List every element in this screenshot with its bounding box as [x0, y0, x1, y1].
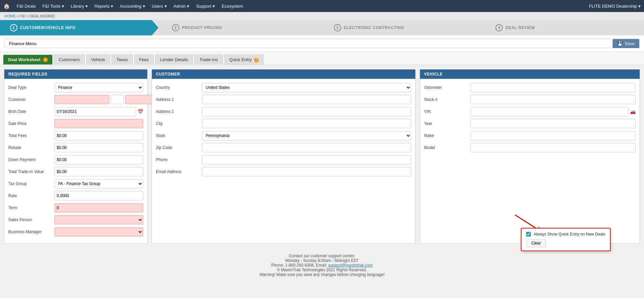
- term-row: Term: [8, 203, 143, 212]
- customer-mi[interactable]: [111, 95, 124, 104]
- tax-group-row: Tax Group PA - Finance Tax Group: [8, 179, 143, 188]
- tab-trade-ins[interactable]: Trade-Ins: [194, 54, 223, 64]
- breadcrumb-home[interactable]: HOME: [5, 14, 16, 18]
- wizard-step-3[interactable]: 3 ELECTRONIC CONTRACTING: [320, 20, 482, 35]
- tab-quick-entry[interactable]: Quick Entry !: [224, 54, 264, 65]
- footer-line2: Monday - Sunday 8:00am - Midnight EST: [3, 258, 641, 263]
- odometer-input[interactable]: [470, 83, 636, 92]
- home-icon[interactable]: 🏠: [3, 3, 10, 9]
- country-row: Country United States Canada: [156, 83, 411, 92]
- quick-entry-exclaim: !: [254, 58, 259, 62]
- account-menu[interactable]: FLITE DEMO Dealership ▾: [589, 4, 641, 9]
- car-icon[interactable]: 🚗: [630, 109, 636, 114]
- year-input[interactable]: [470, 119, 636, 128]
- phone-input[interactable]: [202, 155, 411, 164]
- wizard-step-2[interactable]: 2 PRODUCT PRICING: [159, 20, 320, 35]
- customer-header: CUSTOMER: [152, 69, 415, 79]
- nav-support[interactable]: Support ▾: [193, 0, 218, 12]
- model-input[interactable]: [470, 143, 636, 152]
- birth-date-wrap: 📅: [54, 107, 143, 116]
- wizard-step-1[interactable]: 1 CUSTOMER/VEHICLE INFO: [0, 20, 159, 35]
- trade-in-input[interactable]: [54, 167, 143, 176]
- always-show-label: Always Show Quick Entry on New Deals: [533, 232, 605, 237]
- birth-date-input[interactable]: [54, 107, 136, 116]
- tab-taxes[interactable]: Taxes: [112, 54, 133, 64]
- make-input[interactable]: [470, 131, 636, 140]
- rebate-input[interactable]: [54, 143, 143, 152]
- wizard-steps: 1 CUSTOMER/VEHICLE INFO 2 PRODUCT PRICIN…: [0, 20, 644, 35]
- nav-library[interactable]: Library ▾: [67, 0, 91, 12]
- business-manager-select[interactable]: [54, 227, 143, 237]
- tab-customers[interactable]: Customers: [54, 54, 85, 64]
- clear-button[interactable]: Clear: [526, 239, 546, 247]
- stock-input[interactable]: [470, 95, 636, 104]
- finance-menu-select[interactable]: Finance Menu Finance Lease Cash: [5, 39, 639, 48]
- vin-input[interactable]: [470, 107, 629, 116]
- nav-fi-deals[interactable]: F&I Deals: [13, 0, 39, 12]
- footer: Contact our customer support center: Mon…: [0, 248, 644, 283]
- breadcrumb: HOME > F&I > DEAL WIZARD: [0, 12, 644, 20]
- birth-date-row: Birth Date 📅: [8, 107, 143, 116]
- required-fields-panel: REQUIRED FIELDS Deal Type Finance Lease …: [4, 69, 148, 244]
- vehicle-header: VEHICLE: [420, 69, 640, 79]
- nav-admin[interactable]: Admin ▾: [170, 0, 193, 12]
- tab-lender-details[interactable]: Lender Details: [155, 54, 193, 64]
- city-input[interactable]: [202, 119, 411, 128]
- nav-fi-tools[interactable]: F&I Tools ▾: [39, 0, 67, 12]
- calendar-icon[interactable]: 📅: [138, 109, 143, 114]
- required-fields-body: Deal Type Finance Lease Cash Customer Bi…: [4, 79, 147, 243]
- customer-first-name[interactable]: [54, 95, 109, 104]
- nav-reports[interactable]: Reports ▾: [91, 0, 117, 12]
- always-show-checkbox[interactable]: [526, 232, 531, 237]
- state-select[interactable]: Pennsylvania New York California: [202, 131, 411, 140]
- wizard-step-4[interactable]: 4 DEAL REVIEW: [482, 20, 644, 35]
- business-manager-label: Business Manager: [8, 230, 52, 234]
- stock-label: Stock #: [424, 97, 467, 102]
- step-num-1: 1: [10, 24, 17, 31]
- down-payment-row: Down Payment: [8, 155, 143, 164]
- zip-input[interactable]: [202, 143, 411, 152]
- down-payment-input[interactable]: [54, 155, 143, 164]
- nav-users[interactable]: Users ▾: [149, 0, 170, 12]
- breadcrumb-fi[interactable]: F&I: [20, 14, 26, 18]
- sales-person-select[interactable]: [54, 215, 143, 225]
- country-label: Country: [156, 85, 199, 90]
- rate-input[interactable]: [54, 191, 143, 200]
- email-input[interactable]: [202, 167, 411, 176]
- term-input[interactable]: [54, 203, 143, 212]
- footer-line4: © MaximTrak Technologies 2021 Rights Res…: [3, 268, 641, 272]
- total-fees-input[interactable]: [54, 131, 143, 140]
- address1-input[interactable]: [202, 95, 411, 104]
- footer-line1: Contact our customer support center:: [3, 254, 641, 258]
- sale-price-row: Sale Price: [8, 119, 143, 128]
- tax-group-select[interactable]: PA - Finance Tax Group: [54, 179, 143, 188]
- footer-line3: Phone: 1-800-282-6308, Email: support@ma…: [3, 263, 641, 268]
- tab-fees[interactable]: Fees: [134, 54, 154, 64]
- address2-input[interactable]: [202, 107, 411, 116]
- deal-type-label: Deal Type: [8, 85, 52, 90]
- make-row: Make: [424, 131, 636, 140]
- footer-line5: Warning! Make sure you save any changes …: [3, 272, 641, 277]
- make-label: Make: [424, 133, 467, 138]
- step-num-2: 2: [172, 24, 179, 31]
- rebate-row: Rebate: [8, 143, 143, 152]
- odometer-label: Odometer: [424, 85, 467, 90]
- footer-email[interactable]: support@maximtrak.com: [328, 263, 373, 268]
- account-label: FLITE DEMO Dealership: [589, 4, 637, 9]
- sale-price-input[interactable]: [54, 119, 143, 128]
- nav-accounting[interactable]: Accounting ▾: [117, 0, 148, 12]
- country-select[interactable]: United States Canada: [202, 83, 411, 92]
- customer-row: Customer: [8, 95, 143, 104]
- nav-ecosystem[interactable]: Ecosystem: [218, 0, 246, 12]
- vin-label: VIN: [424, 109, 467, 114]
- tab-vehicle[interactable]: Vehicle: [86, 54, 110, 64]
- business-manager-row: Business Manager: [8, 227, 143, 237]
- required-fields-header: REQUIRED FIELDS: [4, 69, 147, 79]
- email-label: Email Address: [156, 169, 199, 174]
- birth-date-label: Birth Date: [8, 109, 52, 114]
- deal-type-select[interactable]: Finance Lease Cash: [54, 83, 143, 92]
- phone-label: Phone: [156, 157, 199, 162]
- tab-deal-worksheet[interactable]: Deal Worksheet !: [3, 55, 52, 65]
- quick-entry-checkbox-row: Always Show Quick Entry on New Deals: [526, 232, 605, 237]
- save-button[interactable]: 💾 Save: [613, 39, 639, 48]
